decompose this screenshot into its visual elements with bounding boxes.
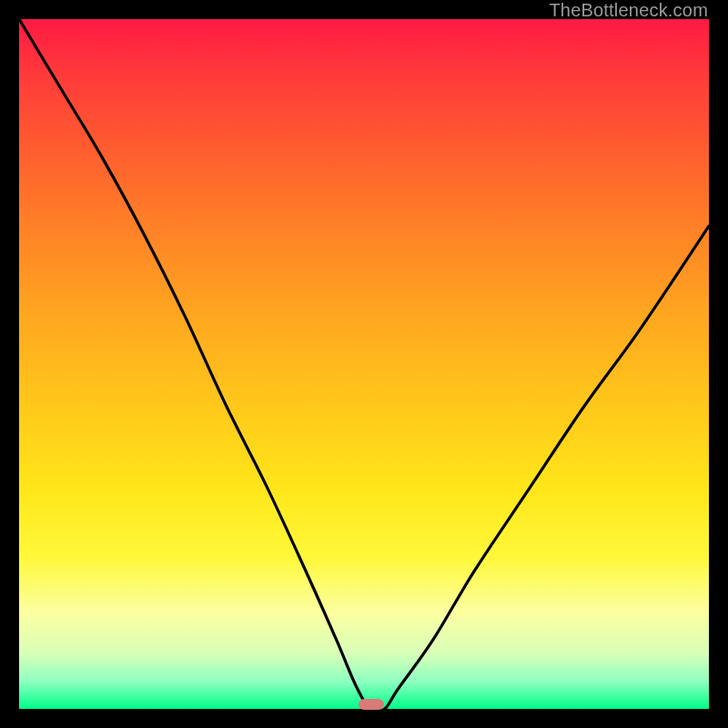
optimal-point-marker: [359, 699, 384, 710]
watermark-text: TheBottleneck.com: [549, 0, 708, 21]
chart-frame: TheBottleneck.com: [0, 0, 728, 728]
bottleneck-curve: [19, 19, 709, 709]
plot-area: [19, 19, 709, 709]
